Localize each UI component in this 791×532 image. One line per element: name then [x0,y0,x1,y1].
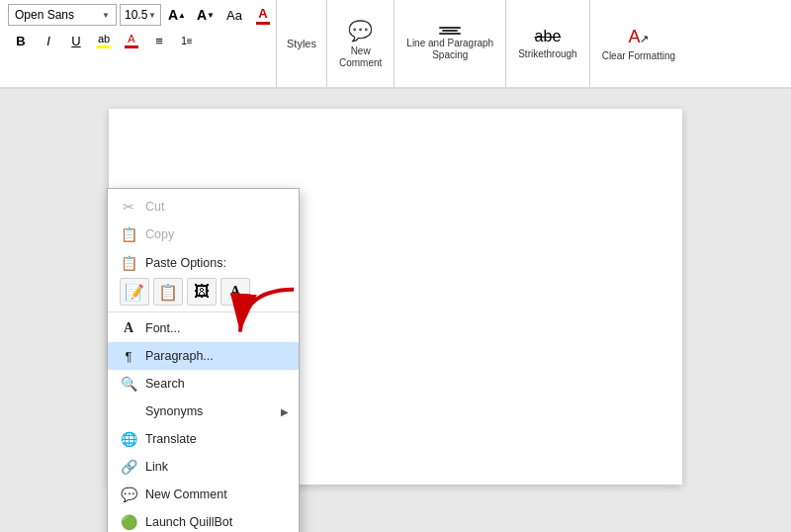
menu-item-link[interactable]: 🔗 Link [108,453,299,481]
font-name-value: Open Sans [15,8,74,22]
clear-formatting-label: Clear Formatting [602,50,675,62]
menu-item-search-label: Search [145,377,185,391]
translate-icon: 🌐 [120,430,137,448]
line-spacing-group[interactable]: Line and ParagraphSpacing [395,0,506,87]
menu-item-cut-label: Cut [145,200,164,214]
strikethrough-group[interactable]: abe Strikethrough [506,0,589,87]
paste-picture-btn[interactable]: 🖼 [187,278,217,306]
line-spacing-label: Line and ParagraphSpacing [406,38,493,61]
synonyms-icon [120,402,137,420]
paste-keep-source-btn[interactable]: 📝 [120,278,149,306]
strikethrough-label: Strikethrough [518,48,576,60]
bold-btn[interactable]: B [8,30,34,51]
line-spacing-icon [439,27,461,35]
submenu-arrow-icon: ▶ [281,406,289,417]
underline-btn[interactable]: U [63,30,89,51]
menu-item-search[interactable]: 🔍 Search [108,370,299,398]
highlight-btn[interactable]: ab [91,30,117,51]
menu-item-paragraph-label: Paragraph... [145,349,214,363]
menu-item-paste-label: Paste Options: [145,256,226,270]
menu-item-font-label: Font... [145,321,180,335]
paste-text-btn[interactable]: A [220,278,250,306]
font-size-dropdown[interactable]: 10.5 ▼ [120,4,161,26]
menu-item-quillbot-label: Launch QuillBot [145,515,232,529]
menu-item-link-label: Link [145,460,168,474]
menu-item-new-comment[interactable]: 💬 New Comment [108,481,299,508]
font-icon: A [120,319,137,337]
new-comment-icon: 💬 [120,486,137,503]
font-name-arrow: ▼ [102,11,110,20]
change-case-btn[interactable]: Aa [221,4,247,26]
cut-icon: ✂ [120,198,137,216]
format-controls-row: B I U ab A ≡ 1≡ [8,30,276,51]
numbering-btn[interactable]: 1≡ [174,30,200,51]
content-area: ✂ Cut 📋 Copy 📋 Paste Options: 📝 📋 🖼 A A … [0,89,791,532]
search-icon: 🔍 [120,375,137,393]
font-size-value: 10.5 [125,8,147,22]
paste-options-icon: 📋 [120,254,137,272]
bullets-btn[interactable]: ≡ [146,30,172,51]
font-size-arrow: ▼ [148,11,156,20]
paste-merge-btn[interactable]: 📋 [153,278,183,306]
styles-label: Styles [287,38,316,49]
clear-formatting-group[interactable]: A↗ Clear Formatting [590,0,687,87]
paste-options-row: 📝 📋 🖼 A [108,274,299,310]
separator-1 [108,311,299,312]
menu-item-copy-label: Copy [145,227,174,241]
menu-item-cut[interactable]: ✂ Cut [108,193,299,221]
menu-item-paste-options: 📋 Paste Options: [108,248,299,274]
menu-item-copy[interactable]: 📋 Copy [108,221,299,248]
ribbon: Open Sans ▼ 10.5 ▼ A▲ A▼ Aa A B I U [0,0,791,89]
copy-icon: 📋 [120,225,137,243]
menu-item-quillbot[interactable]: 🟢 Launch QuillBot [108,508,299,532]
menu-item-font[interactable]: A Font... [108,314,299,342]
font-color-a-btn[interactable]: A [250,4,276,26]
clear-formatting-icon: A↗ [628,25,649,47]
font-color-btn[interactable]: A [119,30,144,51]
right-groups: 💬 NewComment Line and ParagraphSpacing a… [327,0,687,87]
new-comment-icon: 💬 [348,19,373,43]
menu-item-translate[interactable]: 🌐 Translate [108,425,299,453]
menu-item-paragraph[interactable]: ¶ Paragraph... [108,342,299,370]
italic-btn[interactable]: I [36,30,61,51]
quillbot-icon: 🟢 [120,513,137,531]
context-menu: ✂ Cut 📋 Copy 📋 Paste Options: 📝 📋 🖼 A A … [107,188,300,532]
link-icon: 🔗 [120,458,137,476]
menu-item-synonyms-label: Synonyms [145,404,203,418]
font-name-dropdown[interactable]: Open Sans ▼ [8,4,117,26]
new-comment-label: NewComment [339,45,382,69]
strikethrough-icon: abe [535,28,562,45]
menu-item-synonyms[interactable]: Synonyms ▶ [108,398,299,425]
paragraph-icon: ¶ [120,347,137,365]
menu-item-translate-label: Translate [145,432,197,446]
new-comment-group[interactable]: 💬 NewComment [327,0,395,87]
font-controls-row: Open Sans ▼ 10.5 ▼ A▲ A▼ Aa A [8,4,276,26]
styles-group[interactable]: Styles [276,0,327,87]
decrease-font-btn[interactable]: A▼ [193,4,219,26]
ribbon-left: Open Sans ▼ 10.5 ▼ A▲ A▼ Aa A B I U [8,0,276,87]
menu-item-new-comment-label: New Comment [145,488,227,501]
increase-font-btn[interactable]: A▲ [164,4,190,26]
